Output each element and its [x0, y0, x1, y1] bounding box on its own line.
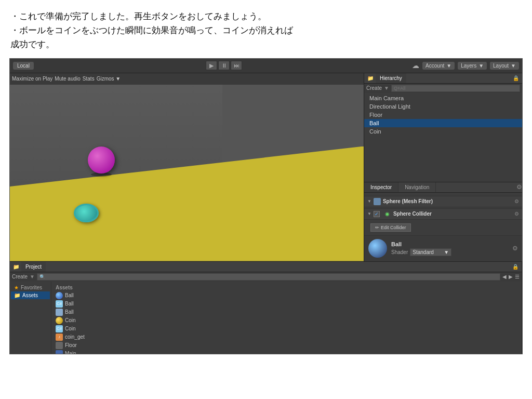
asset-item-coin-get[interactable]: ♪ coin_get — [54, 333, 520, 341]
project-create-btn[interactable]: Create — [12, 274, 28, 280]
hierarchy-item-coin[interactable]: Coin — [364, 127, 522, 136]
inspector-gear-icon[interactable]: ⚙ — [516, 183, 522, 191]
hierarchy-item-main-camera[interactable]: Main Camera — [364, 94, 522, 102]
main-toolbar: Local ▶ ⏸ ⏭ ☁ Account▼ Layers▼ Layout▼ — [10, 59, 522, 73]
instruction-line3: 成功です。 — [10, 37, 522, 51]
mesh-filter-component: ▼ Sphere (Mesh Filter) ⚙ — [364, 196, 522, 207]
hierarchy-panel: 📁 Hierarchy 🔒 Create ▼ Main Camera Direc… — [364, 73, 522, 182]
asset-item-ball-mesh[interactable]: Ball — [54, 291, 520, 300]
mesh-filter-name: Sphere (Mesh Filter) — [383, 198, 512, 204]
asset-item-coin-mesh[interactable]: Coin — [54, 316, 520, 325]
editor-body: Maximize on Play Mute audio Stats Gizmos… — [10, 73, 522, 261]
asset-item-ball-script[interactable]: C# Ball — [54, 300, 520, 308]
project-header: 📁 Project 🔒 — [10, 262, 522, 272]
edit-collider-icon: ✏ — [375, 225, 379, 230]
instructions-area: ・これで準備が完了しました。再生ボタンをおしてみましょう。 ・ボールをコインをぶ… — [0, 0, 532, 58]
stats-button[interactable]: Stats — [83, 76, 95, 82]
collider-gear[interactable]: ⚙ — [514, 211, 519, 217]
mesh-filter-arrow: ▼ — [367, 199, 371, 204]
bottom-panels: 📁 Project 🔒 Create ▼ ◀ ▶ ☰ ★ Favorites — [10, 261, 522, 354]
local-button[interactable]: Local — [13, 62, 34, 70]
hierarchy-create-btn[interactable]: Create — [366, 85, 382, 91]
mesh-filter-gear[interactable]: ⚙ — [514, 198, 519, 204]
hierarchy-item-floor[interactable]: Floor — [364, 111, 522, 119]
coin-object — [74, 204, 99, 222]
inspector-tab-bar: Inspector Navigation ⚙ — [364, 182, 522, 193]
edit-collider-button[interactable]: ✏ Edit Collider — [370, 223, 411, 232]
project-search[interactable] — [37, 273, 500, 281]
ball-object — [88, 147, 115, 174]
account-dropdown[interactable]: Account▼ — [422, 62, 455, 70]
collider-icon: ◉ — [384, 210, 391, 218]
inspector-panel: Inspector Navigation ⚙ ▼ Sphere (Mesh Fi… — [364, 182, 522, 261]
hierarchy-search[interactable] — [391, 85, 520, 92]
asset-item-ball-mat[interactable]: Ball — [54, 308, 520, 316]
coin-get-asset-icon: ♪ — [56, 334, 63, 341]
floor-object — [10, 147, 364, 261]
ball-script-asset-icon: C# — [56, 300, 63, 308]
scene-background — [10, 85, 364, 261]
assets-header: Assets — [54, 284, 520, 291]
ball-mesh-icon — [56, 292, 63, 299]
project-sidebar: ★ Favorites 📁 Assets — [10, 282, 51, 354]
favorites-item[interactable]: ★ Favorites — [11, 284, 50, 291]
collider-body: ✏ Edit Collider Is Trigger Material — [364, 220, 522, 235]
inspector-content: ▼ Sphere (Mesh Filter) ⚙ ▼ ✓ ◉ Sphere Co… — [364, 193, 522, 235]
ball-preview-info: Ball Shader Standard ▼ — [391, 241, 451, 256]
maximize-on-play[interactable]: Maximize on Play — [12, 76, 52, 82]
hierarchy-item-ball[interactable]: Ball — [364, 119, 522, 127]
project-folder-icon: 📁 — [13, 264, 19, 270]
ball-material-preview: Ball Shader Standard ▼ ⚙ — [364, 235, 522, 261]
tab-navigation[interactable]: Navigation — [398, 182, 436, 192]
hierarchy-icon: 📁 — [367, 75, 374, 81]
hierarchy-header: 📁 Hierarchy 🔒 — [364, 73, 522, 84]
shader-select[interactable]: Standard ▼ — [410, 248, 451, 256]
layout-dropdown[interactable]: Layout▼ — [490, 62, 519, 70]
mesh-filter-header[interactable]: ▼ Sphere (Mesh Filter) ⚙ — [364, 196, 522, 207]
hierarchy-item-directional-light[interactable]: Directional Light — [364, 102, 522, 111]
gizmos-button[interactable]: Gizmos ▼ — [97, 76, 121, 82]
layers-dropdown[interactable]: Layers▼ — [458, 62, 487, 70]
mesh-filter-icon — [374, 198, 381, 205]
project-body: ★ Favorites 📁 Assets Assets Ball — [10, 282, 522, 354]
instruction-line2: ・ボールをコインをぶつけた瞬間に効果音が鳴って、コインが消えれば — [10, 23, 522, 37]
tab-inspector[interactable]: Inspector — [364, 182, 398, 192]
sphere-collider-header[interactable]: ▼ ✓ ◉ Sphere Collider ⚙ — [364, 208, 522, 220]
ball-preview-gear[interactable]: ⚙ — [512, 245, 518, 252]
coin-script-asset-icon: C# — [56, 325, 63, 332]
asset-item-floor[interactable]: Floor — [54, 341, 520, 350]
assets-item[interactable]: 📁 Assets — [11, 291, 50, 299]
asset-item-coin-script[interactable]: C# Coin — [54, 325, 520, 333]
mute-audio[interactable]: Mute audio — [55, 76, 80, 82]
hierarchy-tab[interactable]: Hierarchy — [376, 73, 406, 83]
scene-view: Maximize on Play Mute audio Stats Gizmos… — [10, 73, 364, 261]
star-icon: ★ — [14, 285, 19, 290]
coin-mesh-icon — [56, 317, 63, 324]
toolbar-right: ☁ Account▼ Layers▼ Layout▼ — [412, 61, 519, 70]
hierarchy-list: Main Camera Directional Light Floor Ball… — [364, 93, 522, 182]
unity-editor: Local ▶ ⏸ ⏭ ☁ Account▼ Layers▼ Layout▼ M… — [9, 58, 523, 354]
collider-enabled-checkbox[interactable]: ✓ — [374, 211, 380, 217]
cloud-icon: ☁ — [412, 61, 419, 70]
project-toolbar: Create ▼ ◀ ▶ ☰ — [10, 272, 522, 282]
project-assets: Assets Ball C# Ball Ball — [51, 282, 522, 354]
ball-preview-name: Ball — [391, 241, 451, 247]
scene-toolbar: Maximize on Play Mute audio Stats Gizmos… — [10, 73, 364, 85]
sphere-collider-component: ▼ ✓ ◉ Sphere Collider ⚙ ✏ Edit Collider — [364, 208, 522, 235]
project-tool1[interactable]: ◀ — [502, 274, 507, 280]
asset-item-main[interactable]: Main — [54, 350, 520, 354]
project-panel: 📁 Project 🔒 Create ▼ ◀ ▶ ☰ ★ Favorites — [10, 262, 522, 354]
ball-preview-sphere — [368, 239, 387, 258]
project-lock[interactable]: 🔒 — [512, 264, 518, 270]
scene-canvas[interactable] — [10, 85, 364, 261]
play-button[interactable]: ▶ — [206, 61, 217, 70]
pause-button[interactable]: ⏸ — [218, 61, 230, 70]
main-scene-icon — [56, 350, 63, 354]
right-panels: 📁 Hierarchy 🔒 Create ▼ Main Camera Direc… — [364, 73, 522, 261]
hierarchy-lock[interactable]: 🔒 — [513, 75, 519, 81]
step-button[interactable]: ⏭ — [231, 61, 242, 70]
project-tool2[interactable]: ▶ — [509, 274, 513, 280]
project-tool3[interactable]: ☰ — [515, 274, 520, 280]
project-tab[interactable]: Project — [21, 262, 46, 272]
hierarchy-toolbar: Create ▼ — [364, 84, 522, 93]
